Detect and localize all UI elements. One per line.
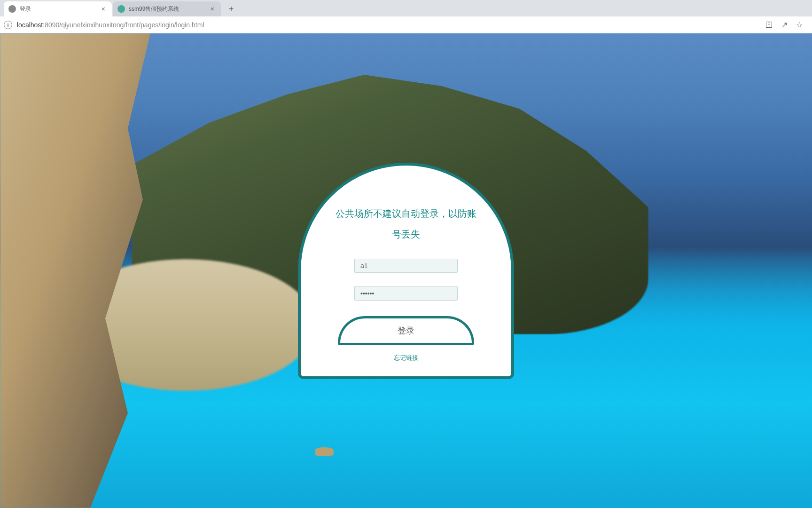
bg-boat [315,447,334,456]
app-icon [117,5,125,13]
login-notice: 公共场所不建议自动登录，以防账号丢失 [324,203,488,245]
username-input[interactable] [354,259,458,273]
address-bar: i localhost:8090/qiyunelxinxihuoxitong/f… [0,16,812,33]
close-icon[interactable]: × [100,4,107,14]
new-tab-button[interactable]: + [225,2,238,16]
browser-tab-inactive[interactable]: ssm99售假预约系统 × [113,1,221,16]
close-icon[interactable]: × [209,4,216,14]
login-card: 公共场所不建议自动登录，以防账号丢失 登录 忘记链接 [298,163,514,379]
key-icon[interactable]: ⚿ [765,21,773,29]
forgot-link[interactable]: 忘记链接 [394,354,418,362]
globe-icon [8,5,16,13]
url-path: 8090/qiyunelxinxihuoxitong/front/pages/l… [45,21,204,29]
password-input[interactable] [354,286,458,301]
share-icon[interactable]: ↗ [781,20,788,29]
browser-tab-strip: 登录 × ssm99售假预约系统 × + [0,0,812,16]
browser-tab-active[interactable]: 登录 × [4,1,112,16]
star-icon[interactable]: ☆ [796,20,803,29]
tab-title: 登录 [20,5,100,13]
tab-title: ssm99售假预约系统 [129,5,209,13]
page-background: 公共场所不建议自动登录，以防账号丢失 登录 忘记链接 [0,33,812,508]
login-button[interactable]: 登录 [338,316,474,345]
info-icon[interactable]: i [4,21,12,29]
toolbar-right: ⚿ ↗ ☆ [765,20,808,29]
url-input[interactable]: localhost:8090/qiyunelxinxihuoxitong/fro… [17,21,765,29]
url-host: localhost: [17,21,45,29]
